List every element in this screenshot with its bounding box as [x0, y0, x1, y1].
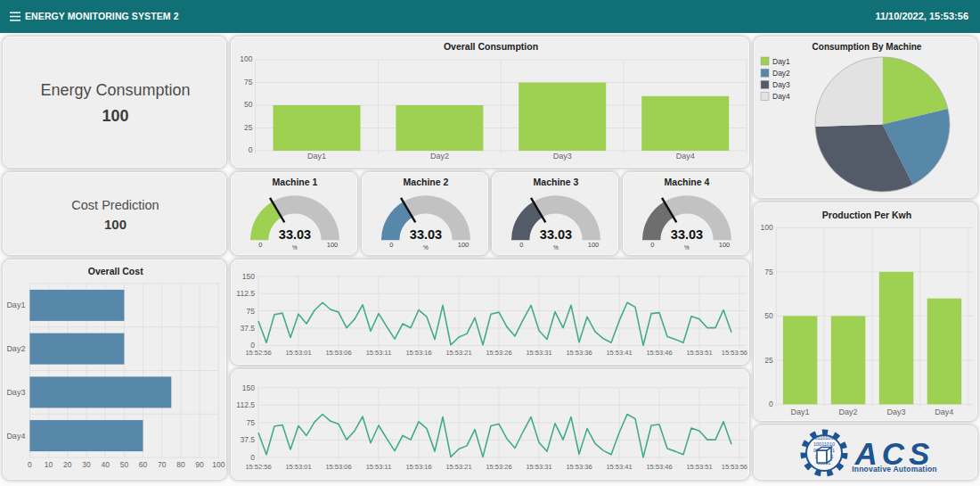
- svg-text:150: 150: [242, 383, 255, 392]
- svg-text:15:53:56: 15:53:56: [722, 349, 747, 357]
- svg-text:%: %: [684, 244, 690, 251]
- svg-text:Day2: Day2: [6, 344, 25, 353]
- svg-text:Day1: Day1: [791, 408, 810, 416]
- svg-text:Day3: Day3: [772, 80, 790, 89]
- svg-text:15:53:06: 15:53:06: [325, 463, 351, 471]
- svg-text:15:53:01: 15:53:01: [285, 463, 311, 471]
- svg-text:33.03: 33.03: [671, 227, 703, 242]
- svg-text:Machine 2: Machine 2: [403, 177, 448, 187]
- svg-text:112.5: 112.5: [236, 289, 255, 298]
- svg-text:75: 75: [764, 268, 773, 276]
- svg-text:15:53:41: 15:53:41: [606, 463, 632, 471]
- svg-text:15:53:16: 15:53:16: [405, 463, 431, 471]
- svg-text:Day3: Day3: [6, 388, 25, 397]
- svg-text:15:53:31: 15:53:31: [526, 349, 551, 357]
- svg-text:70: 70: [158, 460, 167, 469]
- svg-text:15:53:36: 15:53:36: [566, 463, 592, 471]
- svg-text:150: 150: [242, 272, 255, 281]
- svg-text:50: 50: [120, 460, 129, 469]
- svg-text:15:53:46: 15:53:46: [646, 349, 672, 357]
- svg-text:100: 100: [761, 223, 773, 232]
- svg-text:40: 40: [101, 460, 110, 469]
- svg-text:Day4: Day4: [6, 432, 25, 441]
- svg-text:100: 100: [212, 460, 225, 469]
- svg-text:15:53:46: 15:53:46: [646, 463, 672, 471]
- svg-text:50: 50: [764, 311, 773, 320]
- svg-text:10: 10: [45, 460, 53, 469]
- svg-text:Day4: Day4: [772, 92, 790, 101]
- svg-text:0: 0: [28, 460, 32, 469]
- svg-text:37.5: 37.5: [240, 324, 255, 333]
- svg-text:75: 75: [247, 307, 256, 316]
- svg-text:15:53:51: 15:53:51: [686, 349, 712, 357]
- svg-text:37.5: 37.5: [240, 435, 255, 444]
- svg-text:15:52:56: 15:52:56: [245, 463, 271, 471]
- svg-text:80: 80: [176, 460, 185, 469]
- svg-text:25: 25: [764, 356, 773, 365]
- svg-text:0: 0: [520, 241, 524, 249]
- svg-text:Overall Consumption: Overall Consumption: [444, 41, 538, 52]
- svg-text:%: %: [553, 244, 559, 251]
- svg-text:15:53:21: 15:53:21: [445, 349, 471, 357]
- svg-text:33.03: 33.03: [410, 227, 442, 242]
- svg-text:100: 100: [327, 241, 339, 249]
- svg-text:0: 0: [250, 453, 255, 462]
- svg-text:50: 50: [244, 100, 253, 109]
- svg-text:0: 0: [258, 241, 262, 249]
- svg-text:15:52:56: 15:52:56: [245, 349, 271, 357]
- svg-text:112.5: 112.5: [236, 400, 255, 409]
- svg-text:10011010: 10011010: [813, 441, 835, 447]
- svg-text:Day3: Day3: [886, 408, 905, 416]
- svg-text:Day1: Day1: [772, 57, 790, 66]
- svg-text:15:53:11: 15:53:11: [366, 463, 392, 471]
- svg-text:15:53:11: 15:53:11: [366, 349, 392, 357]
- svg-text:0: 0: [769, 400, 773, 408]
- svg-text:30: 30: [82, 460, 91, 469]
- svg-text:Day3: Day3: [553, 152, 572, 161]
- svg-text:Day2: Day2: [430, 152, 449, 161]
- svg-text:100: 100: [719, 241, 731, 249]
- svg-text:25: 25: [244, 123, 253, 132]
- svg-text:15:53:06: 15:53:06: [325, 349, 351, 357]
- svg-text:20: 20: [63, 460, 72, 469]
- svg-text:Day1: Day1: [307, 152, 326, 161]
- svg-text:33.03: 33.03: [540, 227, 572, 242]
- svg-text:100: 100: [588, 241, 600, 249]
- svg-text:75: 75: [244, 78, 253, 86]
- svg-text:Machine 4: Machine 4: [665, 177, 710, 187]
- svg-text:Overall Cost: Overall Cost: [88, 266, 143, 276]
- svg-text:%: %: [292, 244, 298, 251]
- svg-text:15:53:41: 15:53:41: [606, 349, 632, 357]
- svg-text:Production Per Kwh: Production Per Kwh: [822, 210, 911, 220]
- svg-text:15:53:26: 15:53:26: [486, 349, 511, 357]
- svg-text:Machine 3: Machine 3: [534, 177, 579, 187]
- svg-text:Day4: Day4: [935, 408, 953, 416]
- svg-text:15:53:26: 15:53:26: [486, 463, 511, 471]
- svg-text:Innovative Automation: Innovative Automation: [852, 465, 937, 474]
- svg-text:75: 75: [247, 418, 256, 427]
- svg-text:15:53:51: 15:53:51: [686, 463, 712, 471]
- svg-text:15:53:36: 15:53:36: [566, 349, 592, 357]
- svg-text:60: 60: [139, 460, 148, 469]
- svg-text:15:53:16: 15:53:16: [405, 349, 431, 357]
- svg-text:15:53:21: 15:53:21: [445, 463, 471, 471]
- svg-text:Day4: Day4: [676, 152, 695, 161]
- svg-text:Day2: Day2: [772, 69, 790, 78]
- svg-text:0: 0: [249, 145, 253, 154]
- svg-text:100: 100: [457, 241, 469, 249]
- svg-text:Machine 1: Machine 1: [273, 177, 318, 187]
- svg-text:15:53:01: 15:53:01: [285, 349, 311, 357]
- svg-text:33.03: 33.03: [279, 227, 311, 242]
- svg-text:0110100: 0110100: [814, 435, 833, 441]
- svg-text:15:53:56: 15:53:56: [722, 463, 747, 471]
- svg-text:Day1: Day1: [6, 301, 25, 309]
- svg-text:90: 90: [195, 460, 204, 469]
- svg-text:Day2: Day2: [838, 408, 857, 416]
- svg-text:0: 0: [389, 241, 393, 249]
- svg-text:Consumption By Machine: Consumption By Machine: [813, 42, 922, 52]
- svg-text:100: 100: [240, 54, 252, 63]
- svg-text:15:53:31: 15:53:31: [526, 463, 551, 471]
- svg-text:0: 0: [650, 241, 654, 249]
- svg-text:%: %: [423, 244, 429, 251]
